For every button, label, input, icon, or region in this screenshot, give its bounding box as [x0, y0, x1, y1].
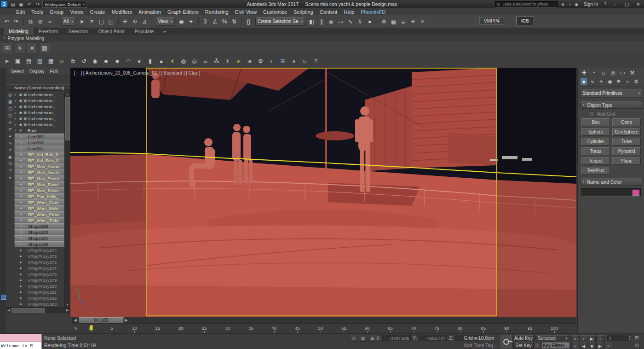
- rendered-frame-icon[interactable]: ▦: [389, 17, 398, 26]
- search-input[interactable]: [501, 1, 549, 7]
- current-frame-field[interactable]: 0: [607, 335, 630, 341]
- motion-tab-icon[interactable]: ◎: [610, 70, 616, 76]
- geosphere-primitive-icon[interactable]: ◍: [178, 56, 189, 66]
- scene-explorer-row[interactable]: ▸ ◉ ▣ Archexteriors_: [14, 92, 65, 98]
- slider-right-arrow[interactable]: ▶: [124, 318, 129, 322]
- primitive-button[interactable]: GeoSphere: [612, 128, 641, 136]
- camera-view-icon[interactable]: ◉: [90, 56, 100, 66]
- scene-explorer-row[interactable]: ● VRayProxy577: [14, 265, 65, 271]
- menu-item[interactable]: Edit: [13, 9, 28, 15]
- snaps-toggle-icon[interactable]: 3: [201, 17, 210, 26]
- atom-physics-icon[interactable]: ✳: [222, 56, 233, 66]
- scene-explorer-row[interactable]: ● RP_Pair_Kelly_: [14, 193, 65, 199]
- window-crossing-icon[interactable]: ◫: [106, 17, 116, 26]
- ribbon-tab[interactable]: Object Paint: [93, 28, 129, 35]
- time-slider-track[interactable]: ◀ 0 / 100 ▶: [72, 317, 576, 323]
- primitive-button[interactable]: Pyramid: [612, 147, 641, 155]
- checkbox-icon[interactable]: [590, 111, 595, 116]
- named-selection-dropdown[interactable]: Create Selection Se▾: [255, 17, 305, 26]
- scene-explorer-row[interactable]: ▸ ✛ Boat: [14, 128, 65, 134]
- scrollbar-thumb[interactable]: [65, 97, 70, 140]
- render-production-icon[interactable]: ☕: [398, 17, 408, 26]
- curve-editor-icon[interactable]: ∿: [345, 17, 355, 26]
- menu-item[interactable]: Modifiers: [108, 9, 135, 15]
- spinner-down-icon[interactable]: ▼: [627, 337, 632, 340]
- next-frame-button[interactable]: ›: [596, 335, 604, 342]
- sync-selection-icon[interactable]: ⇄: [7, 126, 13, 132]
- select-all-icon[interactable]: ▦: [7, 99, 13, 105]
- populate-add-icon[interactable]: ☺: [299, 56, 310, 66]
- filter-helpers-icon[interactable]: ⊞: [7, 161, 13, 167]
- select-children-icon[interactable]: ✛: [7, 119, 13, 125]
- menu-item[interactable]: Civil View: [232, 9, 260, 15]
- maxscript-mini-listener[interactable]: Welcome to M: [0, 334, 42, 349]
- scroll-right-icon[interactable]: ▶: [65, 308, 70, 313]
- pin-explorer-icon[interactable]: ▾: [7, 174, 13, 180]
- align-icon[interactable]: ∥: [316, 17, 326, 26]
- explorer-menu-item[interactable]: Edit: [48, 69, 60, 74]
- time-slider-handle[interactable]: 0 / 100: [79, 317, 124, 323]
- delete-tool-icon[interactable]: ✕: [27, 42, 38, 53]
- lights-category-icon[interactable]: ☀: [598, 78, 604, 85]
- expand-arrow-icon[interactable]: ▸: [15, 105, 18, 109]
- expand-arrow-icon[interactable]: ▸: [15, 123, 18, 127]
- scene-explorer-row[interactable]: ∿ Shape103: [14, 229, 65, 235]
- geometry-category-icon[interactable]: ●: [581, 78, 587, 85]
- app-logo[interactable]: 3: [1, 1, 7, 7]
- time-configuration-icon[interactable]: ◷: [635, 343, 639, 348]
- scene-explorer-row[interactable]: ● RP_Man_Steve: [14, 187, 65, 193]
- gear-icon[interactable]: ⚙: [255, 56, 266, 66]
- spinner-snap-icon[interactable]: ⇅: [230, 17, 239, 26]
- polygon-modeling-panel[interactable]: ▾ Polygon Modeling: [0, 35, 644, 42]
- redo-icon[interactable]: ↷: [12, 17, 21, 26]
- angle-snap-icon[interactable]: ∠: [210, 17, 220, 26]
- auto-key-button[interactable]: Auto Key: [513, 335, 534, 341]
- minimize-button[interactable]: –: [610, 0, 620, 8]
- redo-small-icon[interactable]: ↷: [34, 1, 41, 8]
- ribbon-tab[interactable]: Selection: [63, 28, 93, 35]
- workspace-dropdown[interactable]: Workspace: Default ▾: [42, 1, 87, 8]
- select-and-scale-icon[interactable]: ⊿: [140, 17, 150, 26]
- shapes-category-icon[interactable]: ∿: [589, 78, 596, 85]
- explorer-menu-item[interactable]: Select: [9, 69, 26, 74]
- teapot-primitive-icon[interactable]: ☕: [200, 56, 211, 66]
- display-tab-icon[interactable]: ▭: [619, 70, 626, 76]
- helpers-category-icon[interactable]: ⚑: [615, 78, 622, 85]
- sign-in-button[interactable]: Sign In: [582, 2, 600, 7]
- sun-light-icon[interactable]: ☀: [167, 56, 178, 66]
- edit-named-selections-icon[interactable]: {}: [244, 17, 253, 26]
- play-animation-button[interactable]: ▶: [588, 335, 596, 342]
- scene-explorer-row[interactable]: ∿ Line009: [14, 134, 65, 140]
- scene-explorer-row[interactable]: ● VRayProxy580: [14, 283, 65, 289]
- frame-spinner[interactable]: ▲ ▼: [627, 335, 632, 341]
- menu-item[interactable]: Views: [67, 9, 86, 15]
- selection-set-dropdown[interactable]: Selected▾: [535, 335, 569, 341]
- previous-key-button[interactable]: «: [571, 343, 579, 349]
- spray-paint-icon[interactable]: ⁂: [211, 56, 222, 66]
- maximize-button[interactable]: ▢: [622, 0, 632, 8]
- menu-item[interactable]: Help: [340, 9, 357, 15]
- filter-cameras-icon[interactable]: ◉: [7, 154, 13, 160]
- scene-explorer-row[interactable]: ● VRayProxy579: [14, 277, 65, 283]
- filter-shapes-icon[interactable]: ∿: [7, 140, 13, 146]
- select-cursor-icon[interactable]: ➤: [1, 56, 12, 66]
- primitive-button[interactable]: Sphere: [581, 128, 610, 136]
- select-and-rotate-icon[interactable]: ↻: [130, 17, 140, 26]
- help-icon[interactable]: ?: [310, 56, 321, 66]
- character-icon[interactable]: ☺: [57, 56, 67, 66]
- scene-window-icon[interactable]: ▣: [12, 56, 23, 66]
- filter-geometry-icon[interactable]: ●: [7, 133, 13, 139]
- ics-button[interactable]: ICS: [516, 17, 534, 25]
- user-icon[interactable]: ☻: [573, 2, 580, 7]
- sphere-primitive-icon[interactable]: ●: [134, 56, 144, 66]
- autodesk-360-icon[interactable]: ✧: [418, 17, 427, 26]
- viewport-layout-tab[interactable]: [1, 295, 6, 300]
- viewport[interactable]: [ + ] [ Archexteriors_20_006_Camera_01 ]…: [70, 68, 576, 317]
- scene-explorer-row[interactable]: ● RP_Kid_Susi_0: [14, 157, 65, 163]
- object-type-rollout[interactable]: ▾ Object Type: [580, 101, 642, 109]
- scene-explorer-row[interactable]: ● RP_Wom_Melin: [14, 205, 65, 211]
- select-none-icon[interactable]: ▢: [7, 105, 13, 111]
- go-to-start-button[interactable]: «: [571, 335, 579, 342]
- populate-flow-icon[interactable]: ✳: [14, 42, 25, 53]
- ribbon-tab[interactable]: Freeform: [34, 28, 63, 35]
